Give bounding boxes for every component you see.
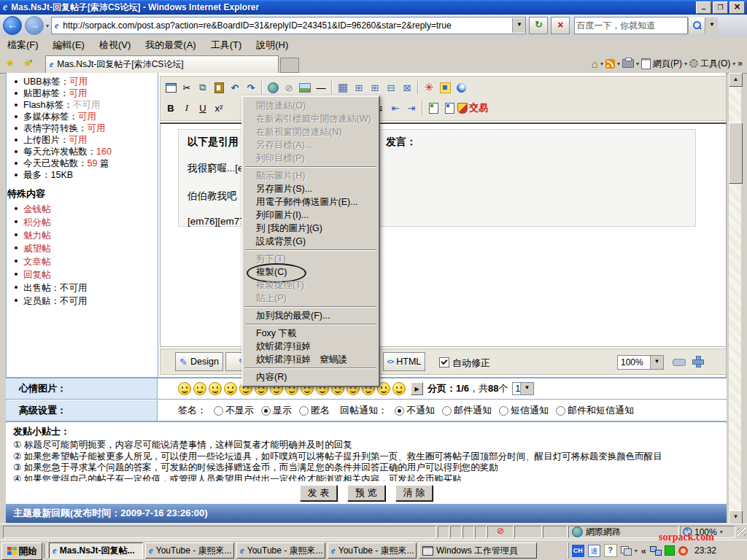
page-select-dropdown-icon[interactable]: ▼ bbox=[520, 383, 533, 394]
menu-item-set-as-background[interactable]: 設成背景(G) bbox=[244, 235, 378, 248]
menu-file[interactable]: 檔案(F) bbox=[0, 36, 46, 54]
menu-help[interactable]: 說明(H) bbox=[249, 36, 295, 54]
taskbar-task[interactable]: e YouTube - 康熙來... bbox=[236, 542, 325, 559]
html-tab-button[interactable]: <> HTML bbox=[383, 352, 425, 371]
menu-item-save-target[interactable]: 另存目標(A)... bbox=[244, 139, 378, 152]
sign-hide-radio[interactable] bbox=[214, 406, 223, 416]
tools-menu-dropdown-icon[interactable]: ▾ bbox=[732, 61, 735, 67]
rss-icon[interactable] bbox=[605, 59, 615, 69]
menu-edit[interactable]: 編輯(E) bbox=[46, 36, 92, 54]
menu-item-open-link[interactable]: 開啓連結(O) bbox=[244, 99, 378, 112]
active-tab[interactable]: e Mas.NsJt-回复帖子[索沛CS论坛] bbox=[45, 55, 279, 73]
refresh-button[interactable]: ↻ bbox=[529, 17, 548, 34]
insert-table-icon[interactable] bbox=[335, 80, 351, 95]
radio-label[interactable]: 邮件通知 bbox=[454, 404, 492, 417]
address-dropdown-icon[interactable]: ▼ bbox=[512, 18, 525, 33]
home-dropdown-icon[interactable]: ▾ bbox=[600, 61, 603, 67]
favorites-star-icon[interactable]: ★ bbox=[6, 58, 15, 69]
sign-anonymous-radio[interactable] bbox=[299, 406, 309, 416]
italic-icon[interactable]: I bbox=[179, 101, 195, 115]
start-button[interactable]: 開始 bbox=[1, 542, 42, 560]
insert-realplayer-icon[interactable] bbox=[453, 80, 469, 95]
new-document-icon[interactable] bbox=[163, 80, 179, 95]
remove-link-icon[interactable] bbox=[281, 80, 297, 95]
menu-item-thunder-download[interactable]: 妏蚚捃淳狟婥 bbox=[244, 340, 378, 353]
emoticon[interactable] bbox=[209, 382, 222, 395]
paste-icon[interactable] bbox=[211, 80, 227, 95]
menu-item-copy-shortcut[interactable]: 複製捷徑(T) bbox=[244, 279, 378, 292]
insert-row-icon[interactable] bbox=[351, 80, 367, 95]
menu-item-paste[interactable]: 貼上(P) bbox=[244, 292, 378, 305]
print-icon[interactable] bbox=[622, 59, 634, 68]
bold-icon[interactable]: B bbox=[163, 101, 179, 115]
menu-item-foxy-download[interactable]: Foxy 下載 bbox=[244, 327, 378, 340]
autocorrect-checkbox[interactable] bbox=[439, 357, 449, 368]
search-input[interactable] bbox=[575, 20, 687, 31]
menu-item-print-target[interactable]: 列印目標(P) bbox=[244, 152, 378, 165]
indent-icon[interactable] bbox=[403, 101, 419, 115]
page-menu-icon[interactable] bbox=[641, 58, 651, 69]
page-scrollbar-thumb[interactable] bbox=[729, 122, 743, 184]
clear-button[interactable]: 清 除 bbox=[395, 485, 433, 501]
emoticon[interactable] bbox=[224, 382, 237, 395]
emoticon[interactable] bbox=[392, 382, 406, 395]
split-cell-icon[interactable] bbox=[399, 80, 415, 95]
app-tray-icon[interactable] bbox=[665, 545, 675, 556]
taskbar-task[interactable]: Windows 工作管理員 bbox=[419, 542, 537, 559]
tray-options-dropdown-icon[interactable]: ▾ bbox=[635, 548, 638, 554]
new-tab-button[interactable] bbox=[280, 58, 299, 73]
taskbar-task[interactable]: e Mas.NsJt-回复帖... bbox=[49, 542, 143, 559]
stop-button[interactable]: × bbox=[551, 17, 570, 34]
editor-zoom-select[interactable]: 100% ▼ bbox=[617, 355, 664, 370]
menu-item-save-picture[interactable]: 另存圖片(S)... bbox=[244, 182, 378, 195]
print-dropdown-icon[interactable]: ▾ bbox=[636, 61, 639, 67]
menu-item-open-link-new-tab[interactable]: 在新索引標籤中開啓連結(W) bbox=[244, 112, 378, 125]
design-tab-button[interactable]: ✎ Design bbox=[175, 352, 223, 371]
scroll-up-icon[interactable]: ▲ bbox=[729, 73, 743, 87]
horizontal-rule-icon[interactable] bbox=[313, 80, 329, 95]
scroll-down-icon[interactable]: ▼ bbox=[729, 510, 743, 524]
menu-item-cut[interactable]: 剪下(T) bbox=[244, 252, 378, 265]
quote-icon[interactable] bbox=[425, 101, 441, 115]
taskbar-task[interactable]: e YouTube - 康熙來... bbox=[328, 542, 417, 559]
home-icon[interactable]: ⌂ bbox=[592, 58, 598, 70]
menu-favorites[interactable]: 我的最愛(A) bbox=[138, 36, 203, 54]
menu-item-go-my-pictures[interactable]: 到 [我的圖片](G) bbox=[244, 222, 378, 235]
insert-media-icon[interactable] bbox=[421, 80, 437, 95]
tools-gear-icon[interactable] bbox=[689, 59, 698, 68]
back-button[interactable]: ← bbox=[3, 16, 22, 35]
nav-history-dropdown-icon[interactable]: ▾ bbox=[46, 23, 49, 29]
cut-icon[interactable] bbox=[179, 80, 195, 95]
menu-item-show-picture[interactable]: 顯示圖片(H) bbox=[244, 169, 378, 182]
radio-label[interactable]: 邮件和短信通知 bbox=[568, 404, 634, 417]
radio-label[interactable]: 不显示 bbox=[225, 404, 254, 417]
menu-tools[interactable]: 工具(T) bbox=[204, 36, 249, 54]
notify-email-radio[interactable] bbox=[442, 406, 452, 416]
page-menu[interactable]: 網頁(P) bbox=[653, 58, 682, 70]
download-tray-icon[interactable] bbox=[678, 546, 688, 556]
zoom-out-icon[interactable] bbox=[673, 359, 686, 366]
redo-icon[interactable] bbox=[243, 80, 259, 95]
emoticon-next-page-icon[interactable]: ▶ bbox=[411, 382, 423, 395]
menu-item-copy[interactable]: 複製(C) bbox=[244, 265, 378, 279]
zoom-in-icon[interactable] bbox=[692, 355, 703, 367]
forward-button[interactable]: → bbox=[25, 16, 44, 35]
add-favorite-icon[interactable]: ★+ bbox=[23, 58, 36, 69]
preview-button[interactable]: 预 览 bbox=[347, 485, 385, 501]
resize-grip[interactable] bbox=[738, 528, 746, 537]
page-zoom-dropdown-icon[interactable]: ▾ bbox=[720, 529, 723, 535]
delete-cell-icon[interactable] bbox=[383, 80, 399, 95]
copy-icon[interactable] bbox=[195, 80, 211, 95]
tools-menu[interactable]: 工具(O) bbox=[700, 58, 730, 70]
menu-item-print-picture[interactable]: 列印圖片(I)... bbox=[244, 209, 378, 222]
emoticon-page-select[interactable]: 1▼ bbox=[512, 382, 534, 395]
menu-item-add-to-favorites[interactable]: 加到我的最愛(F)... bbox=[244, 309, 378, 322]
menu-item-properties[interactable]: 內容(R) bbox=[244, 370, 378, 384]
superscript-icon[interactable]: x² bbox=[211, 101, 227, 115]
emoticon[interactable] bbox=[193, 382, 206, 395]
sign-show-radio[interactable] bbox=[261, 406, 271, 416]
emoticon[interactable] bbox=[178, 382, 191, 395]
menu-view[interactable]: 檢視(V) bbox=[92, 36, 138, 54]
outdent-icon[interactable] bbox=[387, 101, 403, 115]
taskbar-task[interactable]: e YouTube - 康熙來... bbox=[145, 542, 234, 559]
